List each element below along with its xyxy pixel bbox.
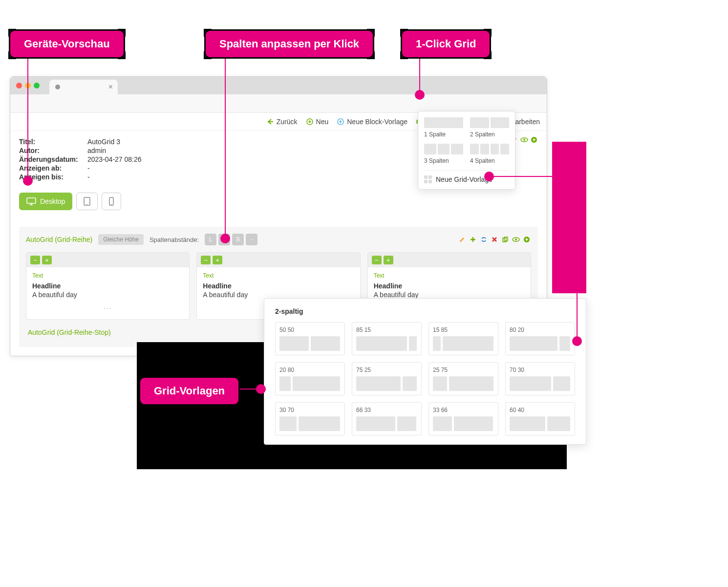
toolbar-label: Zurück bbox=[277, 118, 298, 126]
svg-point-13 bbox=[111, 204, 112, 205]
plus-icon[interactable] bbox=[530, 136, 538, 144]
block-text: A beautiful day bbox=[32, 291, 183, 299]
close-window-icon[interactable] bbox=[16, 83, 22, 88]
shrink-column-button[interactable]: − bbox=[201, 256, 211, 264]
callout-grid-templates: Grid-Vorlagen bbox=[139, 376, 240, 406]
grow-column-button[interactable]: + bbox=[213, 256, 222, 264]
template-label: 20 80 bbox=[279, 367, 341, 373]
meta-title-label: Titel: bbox=[19, 138, 87, 146]
spacing-s-button[interactable]: S bbox=[232, 234, 244, 245]
meta-show-from-value: - bbox=[87, 164, 90, 172]
grid-row-header: AutoGrid (Grid-Reihe) Gleiche Höhe Spalt… bbox=[26, 234, 531, 245]
maximize-window-icon[interactable] bbox=[34, 83, 40, 88]
popover-label: 1 Spalte bbox=[424, 131, 463, 138]
template-label: 85 15 bbox=[356, 326, 417, 333]
grid-template-item[interactable]: 85 15 bbox=[352, 322, 422, 355]
shrink-column-button[interactable]: − bbox=[372, 256, 382, 264]
template-label: 15 85 bbox=[433, 326, 494, 333]
svg-point-11 bbox=[87, 204, 88, 205]
template-label: 80 20 bbox=[510, 326, 571, 333]
block-headline: Headline bbox=[374, 282, 525, 290]
callout-columns-adjust: Spalten anpassen per Klick bbox=[204, 29, 374, 59]
copy-icon[interactable] bbox=[501, 235, 510, 244]
block-type-label: Text bbox=[32, 272, 183, 279]
plus-circle-outline-icon bbox=[337, 118, 344, 125]
shrink-column-button[interactable]: − bbox=[30, 256, 40, 264]
grid-option-1col[interactable]: 1 Spalte bbox=[424, 117, 463, 138]
plus-icon[interactable] bbox=[469, 235, 477, 244]
template-label: 25 75 bbox=[433, 367, 494, 373]
grid-template-item[interactable]: 15 85 bbox=[428, 322, 498, 355]
grid-template-item[interactable]: 50 50 bbox=[275, 322, 345, 355]
plus-circle-icon bbox=[306, 118, 313, 125]
desktop-preview-button[interactable]: Desktop bbox=[19, 193, 72, 210]
grid-row-actions bbox=[458, 235, 531, 244]
popover-label: 3 Spalten bbox=[424, 157, 463, 164]
block-headline: Headline bbox=[203, 282, 354, 290]
template-preview bbox=[510, 376, 571, 391]
browser-tab[interactable]: × bbox=[49, 80, 118, 94]
new-button[interactable]: Neu bbox=[306, 118, 329, 126]
mobile-preview-button[interactable] bbox=[102, 193, 121, 210]
template-preview bbox=[356, 336, 417, 351]
grid-template-item[interactable]: 75 25 bbox=[352, 362, 422, 395]
browser-tabbar: × bbox=[10, 77, 547, 94]
meta-show-until-value: - bbox=[87, 173, 90, 181]
template-preview bbox=[433, 376, 494, 391]
spacing-label: Spaltenabstände: bbox=[150, 236, 199, 243]
template-label: 30 70 bbox=[279, 407, 341, 413]
delete-icon[interactable] bbox=[490, 235, 499, 244]
tablet-preview-button[interactable] bbox=[76, 193, 98, 210]
block-type-label: Text bbox=[374, 272, 525, 279]
eye-icon[interactable] bbox=[512, 235, 520, 244]
add-circle-icon[interactable] bbox=[522, 235, 531, 244]
meta-title-value: AutoGrid 3 bbox=[87, 138, 120, 146]
pencil-icon[interactable] bbox=[458, 235, 467, 244]
eye-icon[interactable] bbox=[520, 136, 528, 144]
favicon-placeholder-icon bbox=[55, 85, 60, 89]
block-text: A beautiful day bbox=[203, 291, 354, 299]
block-headline: Headline bbox=[32, 282, 183, 290]
popover-label: 2 Spalten bbox=[470, 131, 509, 138]
grid-option-4col[interactable]: 4 Spalten bbox=[470, 144, 509, 164]
spacing-l-button[interactable]: L bbox=[205, 234, 216, 245]
device-preview-toggle: Desktop bbox=[10, 189, 547, 218]
callout-label: 1-Click Grid bbox=[416, 38, 476, 50]
address-bar[interactable] bbox=[10, 94, 547, 113]
new-block-template-button[interactable]: Neue Block-Vorlage bbox=[337, 118, 407, 126]
meta-show-from-label: Anzeigen ab: bbox=[19, 164, 87, 172]
device-label: Desktop bbox=[40, 197, 65, 205]
close-tab-icon[interactable]: × bbox=[108, 83, 113, 91]
grow-column-button[interactable]: + bbox=[42, 256, 52, 264]
grid-template-item[interactable]: 20 80 bbox=[275, 362, 345, 395]
grid-template-item[interactable]: 70 30 bbox=[505, 362, 575, 395]
spacing-buttons: L M S - bbox=[205, 234, 257, 245]
template-preview bbox=[510, 336, 571, 351]
back-button[interactable]: Zurück bbox=[267, 118, 298, 126]
grid-template-icon bbox=[424, 175, 432, 183]
template-preview bbox=[279, 336, 341, 351]
grow-column-button[interactable]: + bbox=[384, 256, 393, 264]
meta-modified-value: 2023-04-27 08:26 bbox=[87, 155, 142, 163]
grid-template-item[interactable]: 66 33 bbox=[352, 402, 422, 435]
swap-icon[interactable] bbox=[479, 235, 488, 244]
template-label: 66 33 bbox=[356, 407, 417, 413]
toolbar-label: Neu bbox=[316, 118, 329, 126]
block-type-label: Text bbox=[203, 272, 354, 279]
spacing-none-button[interactable]: - bbox=[246, 234, 257, 245]
grid-option-2col[interactable]: 2 Spalten bbox=[470, 117, 509, 138]
template-label: 33 66 bbox=[433, 407, 494, 413]
grid-template-item[interactable]: 25 75 bbox=[428, 362, 498, 395]
grid-template-item[interactable]: 80 20 bbox=[505, 322, 575, 355]
grid-template-item[interactable]: 60 40 bbox=[505, 402, 575, 435]
meta-author-label: Autor: bbox=[19, 147, 87, 154]
template-label: 75 25 bbox=[356, 367, 417, 373]
ellipsis-icon[interactable]: ... bbox=[32, 303, 183, 310]
grid-option-3col[interactable]: 3 Spalten bbox=[424, 144, 463, 164]
grid-template-item[interactable]: 33 66 bbox=[428, 402, 498, 435]
meta-modified-label: Änderungsdatum: bbox=[19, 155, 87, 163]
grid-template-item[interactable]: 30 70 bbox=[275, 402, 345, 435]
column-header: − + bbox=[26, 253, 189, 267]
equal-height-toggle[interactable]: Gleiche Höhe bbox=[98, 234, 144, 245]
callout-device-preview: Geräte-Vorschau bbox=[9, 29, 125, 59]
